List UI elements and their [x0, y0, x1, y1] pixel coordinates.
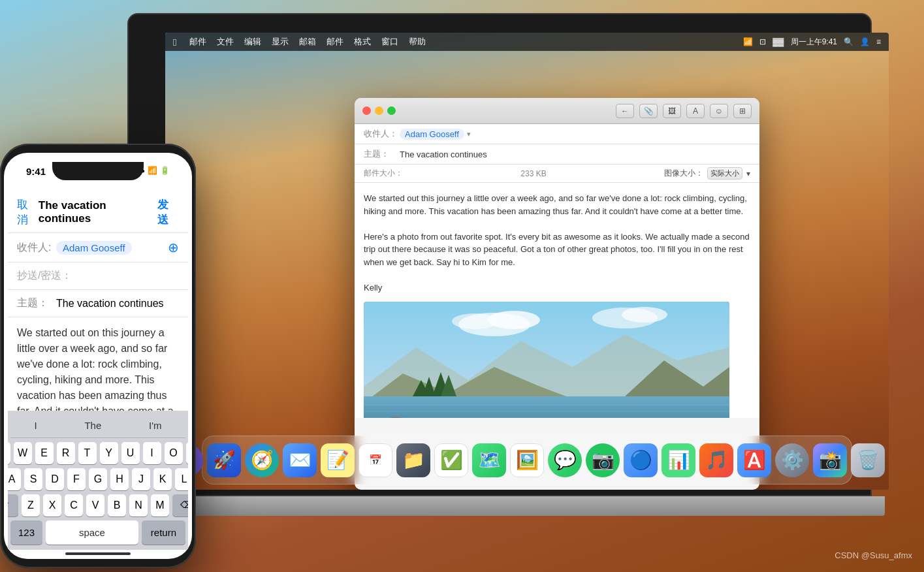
suggestion-the[interactable]: The [71, 419, 114, 432]
key-r[interactable]: R [57, 442, 75, 464]
dock-icon-trash[interactable]: 🗑️ [851, 443, 885, 477]
dock-icon-maps[interactable]: 🗺️ [472, 443, 506, 477]
key-q[interactable]: Q [8, 442, 10, 464]
key-space[interactable]: space [46, 520, 138, 545]
menu-edit[interactable]: 编辑 [244, 36, 261, 48]
key-b[interactable]: B [108, 494, 126, 516]
image-size-select[interactable]: 实际大小 [707, 167, 742, 180]
iphone-screen: 9:41 ●●● 📶 🔋 取消 The vacation continues 发… [4, 153, 192, 559]
dock-icon-mail[interactable]: ✉️ [283, 443, 317, 477]
minimize-button[interactable] [375, 106, 383, 115]
clock: 周一上午9:41 [791, 37, 837, 48]
key-h[interactable]: H [110, 468, 129, 490]
menu-app[interactable]: 邮件 [189, 36, 206, 48]
font-button[interactable]: A [686, 104, 705, 118]
shift-button[interactable]: ⇧ [8, 494, 18, 516]
key-e[interactable]: E [35, 442, 54, 464]
key-i[interactable]: I [143, 442, 161, 464]
menu-help[interactable]: 帮助 [409, 36, 426, 48]
back-button[interactable]: ← [616, 104, 634, 118]
key-return[interactable]: return [142, 520, 185, 545]
iphone-subject-label: 主题： [17, 296, 56, 310]
dock-icon-music[interactable]: 🎵 [699, 443, 733, 477]
macbook-screen:  邮件 文件 编辑 显示 邮箱 邮件 格式 窗口 帮助 📶 ⊡ ▓▓ 周一上午… [165, 33, 889, 490]
photo-button[interactable]: 🖼 [663, 104, 681, 118]
key-d[interactable]: D [46, 468, 64, 490]
search-icon[interactable]: 🔍 [844, 37, 853, 46]
key-n[interactable]: N [129, 494, 148, 516]
key-v[interactable]: V [86, 494, 104, 516]
dock-icon-reminders[interactable]: ✅ [434, 443, 468, 477]
key-p[interactable]: P [186, 442, 189, 464]
image-size-label: 图像大小： [664, 168, 703, 179]
suggestion-i[interactable]: I [21, 419, 50, 432]
emoji-button[interactable]: ☺ [710, 104, 728, 118]
key-l[interactable]: L [175, 468, 188, 490]
dock-icon-photos2[interactable]: 📸 [813, 443, 847, 477]
key-a[interactable]: A [8, 468, 21, 490]
key-y[interactable]: Y [100, 442, 118, 464]
key-c[interactable]: C [65, 494, 83, 516]
key-x[interactable]: X [43, 494, 61, 516]
menu-window[interactable]: 窗口 [381, 36, 398, 48]
more-button[interactable]: ⊞ [733, 104, 752, 118]
home-indicator[interactable] [65, 552, 131, 555]
key-f[interactable]: F [67, 468, 86, 490]
key-o[interactable]: O [165, 442, 183, 464]
dock-icon-facetime[interactable]: 📷 [586, 443, 620, 477]
dock-icon-calendar[interactable]: 📅 [358, 443, 392, 477]
key-j[interactable]: J [132, 468, 150, 490]
key-m[interactable]: M [151, 494, 169, 516]
backspace-button[interactable]: ⌫ [172, 494, 188, 516]
iphone-to-value[interactable]: Adam Gooseff [56, 241, 132, 255]
to-dropdown[interactable]: ▾ [467, 130, 471, 138]
menu-mailbox[interactable]: 邮箱 [299, 36, 316, 48]
zoom-button[interactable] [387, 106, 396, 115]
iphone-subject-field[interactable]: 主题： The vacation continues [8, 290, 188, 317]
subject-field[interactable]: 主题： The vacation continues [355, 144, 759, 165]
dock-icon-systemprefs[interactable]: ⚙️ [775, 443, 809, 477]
add-recipient-button[interactable]: ⊕ [168, 240, 179, 255]
key-t[interactable]: T [78, 442, 97, 464]
key-u[interactable]: U [121, 442, 140, 464]
close-button[interactable] [362, 106, 371, 115]
dock-icon-finder[interactable]: 🔵 [624, 443, 658, 477]
menu-mail[interactable]: 邮件 [327, 36, 343, 48]
dock-icon-appstore[interactable]: 🅰️ [737, 443, 771, 477]
mail-signature: Kelly [364, 281, 750, 294]
send-button[interactable]: 发送 [157, 197, 179, 227]
dock-icon-notes[interactable]: 📝 [321, 443, 355, 477]
iphone-subject-value: The vacation continues [56, 298, 164, 310]
key-s[interactable]: S [24, 468, 42, 490]
subject-label: 主题： [364, 148, 400, 160]
chevron-down-icon[interactable]: ▾ [746, 169, 750, 178]
dock-icon-numbers[interactable]: 📊 [661, 443, 695, 477]
key-z[interactable]: Z [22, 494, 40, 516]
key-g[interactable]: G [89, 468, 107, 490]
attachment-button[interactable]: 📎 [639, 104, 658, 118]
iphone-to-field[interactable]: 收件人: Adam Gooseff ⊕ [8, 233, 188, 262]
mac-menubar:  邮件 文件 编辑 显示 邮箱 邮件 格式 窗口 帮助 📶 ⊡ ▓▓ 周一上午… [165, 33, 889, 51]
airplay-icon: ⊡ [759, 37, 766, 46]
to-value[interactable]: Adam Gooseff [400, 129, 464, 140]
to-field[interactable]: 收件人： Adam Gooseff ▾ [355, 124, 759, 144]
iphone-cc-field[interactable]: 抄送/密送： [8, 262, 188, 290]
dock-icon-launchpad[interactable]: 🚀 [207, 443, 241, 477]
menu-view[interactable]: 显示 [272, 36, 289, 48]
mail-body[interactable]: We started out this journey a little ove… [355, 183, 759, 418]
key-123[interactable]: 123 [10, 520, 42, 545]
dock-icon-photos[interactable]: 🖼️ [510, 443, 544, 477]
menu-icon[interactable]: ≡ [876, 37, 881, 46]
suggestion-im[interactable]: I'm [136, 419, 175, 432]
key-k[interactable]: K [153, 468, 172, 490]
dock-icon-files[interactable]: 📁 [396, 443, 430, 477]
dock-icon-messages[interactable]: 💬 [548, 443, 582, 477]
key-w[interactable]: W [14, 442, 32, 464]
dock-icon-safari[interactable]: 🧭 [245, 443, 279, 477]
battery-icon: ▓▓ [773, 37, 784, 46]
menu-file[interactable]: 文件 [217, 36, 234, 48]
cancel-button[interactable]: 取消 [17, 197, 39, 227]
svg-point-23 [622, 307, 667, 323]
iphone-keyboard: I The I'm Q W E R T Y U I O P [8, 411, 188, 550]
menu-format[interactable]: 格式 [354, 36, 371, 48]
